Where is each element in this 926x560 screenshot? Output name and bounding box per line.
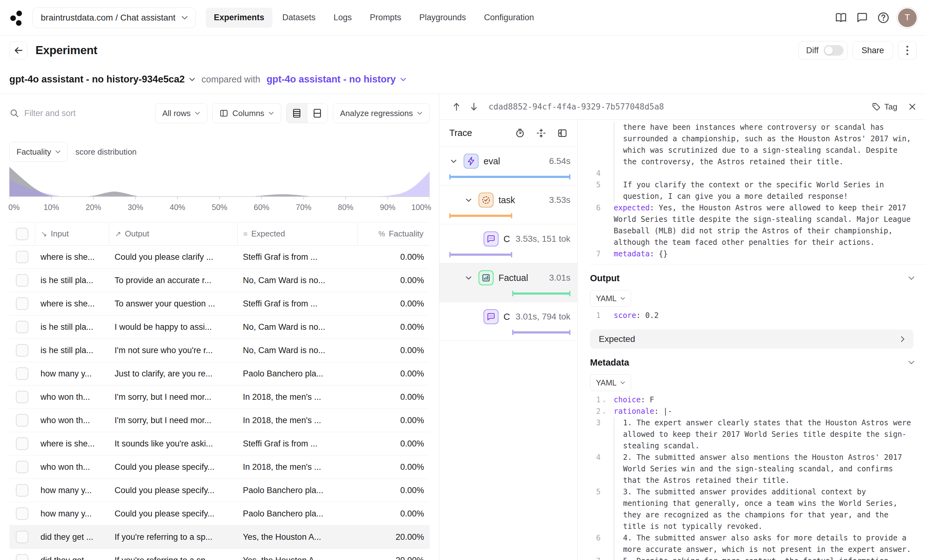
all-rows-dropdown[interactable]: All rows — [155, 103, 207, 123]
column-header-input[interactable]: ↘ Input — [35, 222, 109, 246]
prev-row-arrow-icon[interactable] — [449, 99, 464, 115]
panel-layout-icon[interactable] — [557, 128, 567, 138]
table-row[interactable]: how many y...Could you please specify...… — [9, 479, 430, 502]
row-checkbox[interactable] — [16, 274, 28, 287]
avatar[interactable]: T — [898, 8, 917, 27]
tab-prompts[interactable]: Prompts — [362, 8, 409, 28]
project-selector[interactable]: braintrustdata.com / Chat assistant — [32, 8, 196, 28]
cell-factuality: 0.00% — [357, 299, 430, 309]
density-compact-option[interactable] — [286, 104, 307, 123]
code-line: 42. The submitted answer also mentions t… — [590, 452, 926, 463]
row-checkbox[interactable] — [16, 554, 28, 560]
tab-experiments[interactable]: Experiments — [206, 8, 272, 28]
trace-span-eval[interactable]: eval6.54s — [439, 146, 577, 186]
line-number — [590, 237, 601, 248]
table-row[interactable]: is he still pla...I would be happy to as… — [9, 315, 430, 339]
output-format-selector[interactable]: YAML — [590, 290, 631, 307]
row-checkbox[interactable] — [16, 344, 28, 356]
metadata-format-selector[interactable]: YAML — [590, 374, 631, 391]
table-row[interactable]: is he still pla...To provide an accurate… — [9, 269, 430, 292]
chevron-down-icon[interactable] — [464, 198, 474, 202]
tab-playgrounds[interactable]: Playgrounds — [411, 8, 474, 28]
code-text: although the team faced other penalties … — [614, 237, 875, 248]
columns-dropdown[interactable]: Columns — [212, 103, 281, 123]
column-header-expected[interactable]: = Expected — [237, 222, 357, 246]
table-row[interactable]: did they get ...If you're referring to a… — [9, 549, 430, 560]
trace-toolbar-actions: Tag — [872, 102, 917, 112]
cell-input: how many y... — [35, 486, 109, 495]
trace-span-factual[interactable]: Factual3.01s — [439, 263, 577, 302]
cell-output: I'm not sure who you're r... — [109, 346, 237, 355]
chevron-down-icon[interactable] — [464, 276, 474, 280]
row-checkbox[interactable] — [16, 391, 28, 403]
table-row[interactable]: did they get ...If you're referring to a… — [9, 525, 430, 549]
collapse-all-icon[interactable] — [536, 128, 546, 138]
column-header-factuality[interactable]: % Factuality — [357, 222, 430, 246]
diff-toggle[interactable]: Diff — [798, 41, 847, 60]
row-checkbox[interactable] — [16, 367, 28, 380]
row-checkbox[interactable] — [16, 321, 28, 333]
code-text: surrounded a championship, such as the H… — [614, 133, 911, 145]
row-checkbox[interactable] — [16, 414, 28, 427]
tag-button[interactable]: Tag — [872, 102, 897, 112]
primary-experiment-selector[interactable]: gpt-4o assistant - no history-934e5ca2 — [9, 74, 195, 85]
code-text: expected: Yes, the Houston Astros were a… — [614, 202, 906, 214]
fold-chevron-icon[interactable]: ⌄ — [601, 394, 610, 406]
fold-spacer — [601, 429, 610, 440]
tab-configuration[interactable]: Configuration — [476, 8, 542, 28]
help-icon[interactable] — [874, 9, 893, 27]
span-detail: there have been instances where controve… — [578, 120, 926, 560]
back-button[interactable] — [9, 41, 27, 59]
close-icon[interactable] — [908, 103, 917, 111]
cell-expected: In 2018, the men's ... — [237, 462, 357, 472]
table-row[interactable]: how many y...Could you please specify...… — [9, 502, 430, 525]
select-all-checkbox[interactable] — [16, 228, 28, 240]
cell-expected: Yes, the Houston A... — [237, 532, 357, 542]
trace-span-task[interactable]: task3.53s — [439, 186, 577, 224]
density-comfortable-option[interactable] — [307, 104, 328, 123]
docs-book-icon[interactable] — [832, 9, 850, 27]
code-text: Baseball (MLB) did not strip the Astros … — [614, 225, 893, 237]
table-row[interactable]: where is she...It sounds like you're ask… — [9, 432, 430, 456]
row-checkbox[interactable] — [16, 531, 28, 543]
table-row[interactable]: is he still pla...I'm not sure who you'r… — [9, 339, 430, 362]
column-header-output[interactable]: ↗ Output — [109, 222, 237, 246]
chevron-down-icon[interactable] — [908, 360, 915, 365]
trace-span-chat[interactable]: Chat...3.01s, 794 tok — [439, 302, 577, 341]
cell-factuality: 0.00% — [357, 462, 430, 472]
timer-icon[interactable] — [515, 128, 525, 138]
next-row-arrow-icon[interactable] — [466, 99, 482, 115]
fold-spacer — [601, 521, 610, 532]
row-checkbox[interactable] — [16, 484, 28, 497]
share-button[interactable]: Share — [852, 41, 893, 60]
row-checkbox[interactable] — [16, 507, 28, 520]
row-checkbox[interactable] — [16, 438, 28, 450]
row-checkbox[interactable] — [16, 297, 28, 310]
diff-switch[interactable] — [823, 45, 843, 56]
span-timeline-bar — [512, 331, 570, 334]
table-row[interactable]: how many y...Just to clarify, are you re… — [9, 362, 430, 385]
baseline-experiment-selector[interactable]: gpt-4o assistant - no history — [266, 74, 406, 85]
filter-input[interactable] — [24, 109, 150, 118]
table-row[interactable]: who won th...I'm sorry, but I need mor..… — [9, 385, 430, 409]
fold-chevron-icon[interactable]: ⌄ — [601, 406, 610, 417]
metric-selector[interactable]: Factuality — [9, 142, 68, 162]
analyze-regressions-dropdown[interactable]: Analyze regressions — [333, 103, 430, 123]
table-row[interactable]: where is she...To answer your question .… — [9, 292, 430, 315]
tab-logs[interactable]: Logs — [325, 8, 360, 28]
feedback-chat-icon[interactable] — [853, 9, 871, 27]
table-row[interactable]: who won th...Could you please specify...… — [9, 456, 430, 479]
table-row[interactable]: where is she...Could you please clarify … — [9, 246, 430, 269]
tab-datasets[interactable]: Datasets — [274, 8, 324, 28]
row-checkbox[interactable] — [16, 461, 28, 473]
main-split: All rows Columns — [0, 94, 926, 560]
trace-span-chat[interactable]: Chat...3.53s, 151 tok — [439, 224, 577, 263]
chevron-down-icon[interactable] — [908, 276, 915, 280]
filter-search[interactable] — [9, 108, 150, 118]
expected-collapsed-section[interactable]: Expected — [590, 329, 914, 349]
more-menu-button[interactable] — [898, 41, 917, 60]
chevron-down-icon[interactable] — [449, 159, 458, 163]
row-checkbox[interactable] — [16, 251, 28, 263]
code-text: that the Astros retained their title. — [614, 475, 790, 486]
table-row[interactable]: who won th...I'm sorry, but I need mor..… — [9, 409, 430, 432]
